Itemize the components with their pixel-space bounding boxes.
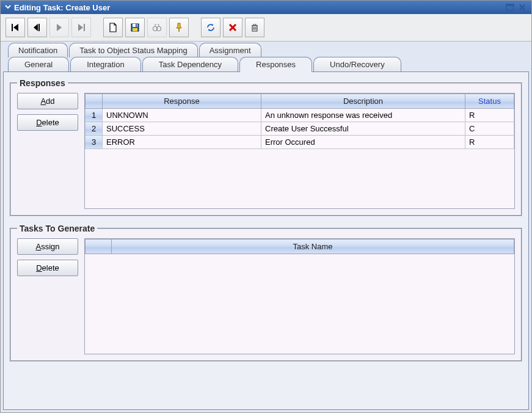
window-title: Editing Task: Create User	[14, 3, 503, 12]
tasks-assign-button[interactable]: Assign	[17, 238, 78, 255]
tasks-delete-button[interactable]: Delete	[17, 260, 78, 276]
svg-rect-2	[12, 24, 13, 31]
last-record-button	[71, 18, 91, 37]
next-record-button	[49, 18, 69, 37]
table-row[interactable]: 2 SUCCESS Create User Successful C	[86, 122, 514, 136]
tab-notification[interactable]: Notification	[8, 43, 68, 57]
prev-record-button[interactable]	[27, 18, 47, 37]
tasks-legend: Tasks To Generate	[17, 224, 97, 233]
responses-legend: Responses	[17, 78, 68, 88]
close-button[interactable]	[517, 2, 528, 12]
tab-integration[interactable]: Integration	[70, 57, 140, 71]
tab-general[interactable]: General	[8, 57, 69, 71]
table-row[interactable]: 1 UNKNOWN An unknown response was receiv…	[86, 109, 514, 122]
first-record-button[interactable]	[5, 18, 25, 37]
pin-button[interactable]	[169, 18, 189, 37]
responses-group: Responses Add Delete	[10, 78, 522, 216]
responses-table: Response Description Status 1 UNKNOWN An…	[85, 93, 514, 149]
col-status[interactable]: Status	[465, 94, 514, 109]
tab-task-to-object-status-mapping[interactable]: Task to Object Status Mapping	[69, 43, 197, 57]
responses-table-wrap[interactable]: Response Description Status 1 UNKNOWN An…	[84, 93, 515, 209]
col-taskname[interactable]: Task Name	[111, 239, 514, 254]
table-row[interactable]: 3 ERROR Error Occured R	[86, 136, 514, 149]
col-rownum[interactable]	[86, 94, 103, 109]
tasks-table: Task Name	[85, 239, 514, 254]
trash-button[interactable]	[245, 18, 264, 37]
col-rownum[interactable]	[86, 239, 112, 254]
tab-responses[interactable]: Responses	[239, 57, 312, 72]
svg-rect-3	[38, 24, 40, 31]
toolbar	[1, 14, 531, 42]
new-button[interactable]	[103, 18, 123, 37]
responses-panel: Responses Add Delete	[3, 71, 529, 410]
tab-row-lower: General Integration Task Dependency Resp…	[8, 57, 529, 71]
minimize-button[interactable]	[505, 2, 516, 12]
svg-rect-1	[506, 4, 514, 6]
tab-row-upper: Notification Task to Object Status Mappi…	[8, 43, 529, 57]
responses-delete-button[interactable]: Delete	[17, 114, 78, 131]
delete-x-button[interactable]	[223, 18, 242, 37]
refresh-button[interactable]	[201, 18, 220, 37]
responses-add-button[interactable]: Add	[17, 93, 78, 109]
tab-task-dependency[interactable]: Task Dependency	[142, 57, 238, 71]
tasks-table-wrap[interactable]: Task Name	[84, 238, 515, 354]
svg-rect-7	[133, 28, 137, 31]
svg-rect-4	[84, 24, 85, 31]
tab-undo-recovery[interactable]: Undo/Recovery	[313, 57, 401, 71]
tasks-to-generate-group: Tasks To Generate Assign Delete Task	[10, 224, 522, 362]
save-button[interactable]	[125, 18, 145, 37]
svg-rect-8	[136, 24, 137, 27]
tab-assignment[interactable]: Assignment	[199, 43, 261, 57]
title-bar: Editing Task: Create User	[1, 1, 531, 14]
binoculars-icon	[147, 18, 167, 37]
col-description[interactable]: Description	[261, 94, 465, 109]
chevron-down-icon[interactable]	[4, 3, 12, 12]
col-response[interactable]: Response	[103, 94, 261, 109]
